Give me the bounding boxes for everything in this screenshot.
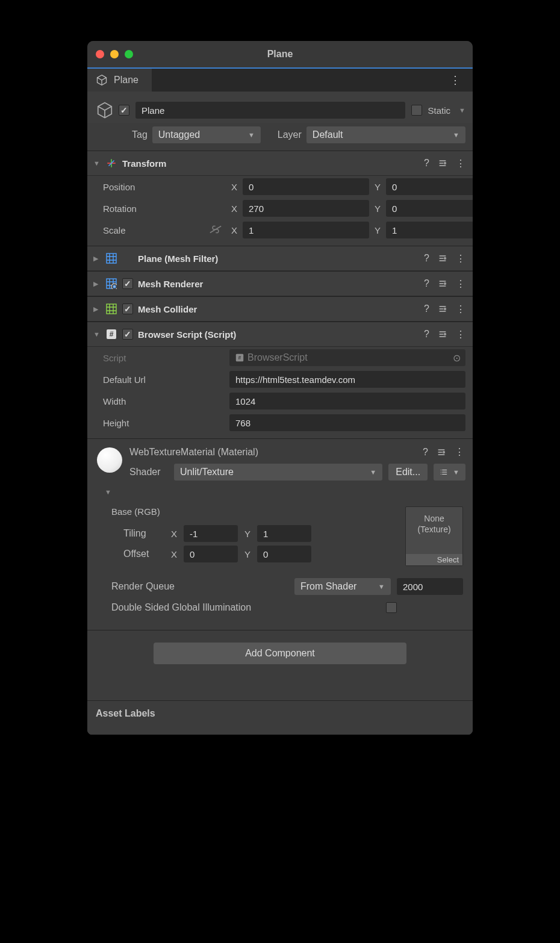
static-checkbox[interactable]: [411, 105, 422, 116]
asset-labels-section[interactable]: Asset Labels: [87, 700, 473, 735]
component-menu-icon[interactable]: ⋮: [455, 302, 467, 316]
transform-icon: [105, 157, 117, 169]
object-picker-icon[interactable]: ⊙: [453, 352, 461, 364]
dsgi-label: Double Sided Global Illumination: [111, 602, 380, 613]
foldout-icon[interactable]: ▶: [93, 255, 101, 263]
component-menu-icon[interactable]: ⋮: [455, 157, 467, 170]
shader-dropdown[interactable]: Unlit/Texture▼: [174, 464, 382, 481]
dsgi-checkbox[interactable]: [386, 602, 397, 613]
foldout-icon[interactable]: ▶: [93, 305, 101, 313]
help-icon[interactable]: ?: [423, 252, 431, 265]
window-title: Plane: [87, 49, 473, 60]
y-label: Y: [373, 182, 382, 192]
height-row: Height: [87, 412, 473, 438]
tab-strip: Plane ⋮: [87, 67, 473, 92]
position-x-input[interactable]: [243, 178, 369, 195]
preset-icon[interactable]: [437, 303, 449, 315]
height-input[interactable]: [229, 414, 465, 431]
position-y-input[interactable]: [386, 178, 473, 195]
static-dropdown[interactable]: ▼: [459, 107, 465, 114]
rotation-x-input[interactable]: [243, 200, 369, 217]
default-url-input[interactable]: [229, 371, 465, 388]
tiling-label: Tiling: [123, 528, 164, 539]
svg-text:#: #: [110, 330, 114, 338]
texture-select-button[interactable]: Select: [406, 554, 462, 565]
rotation-y-input[interactable]: [386, 200, 473, 217]
help-icon[interactable]: ?: [423, 157, 431, 170]
mesh-renderer-title: Mesh Renderer: [138, 279, 418, 289]
help-icon[interactable]: ?: [423, 328, 431, 341]
mesh-renderer-icon: [105, 278, 117, 290]
scale-row: Scale X Y Z: [87, 219, 473, 246]
gameobject-icon[interactable]: [95, 100, 115, 120]
tag-dropdown[interactable]: Untagged▼: [152, 126, 261, 143]
foldout-icon[interactable]: ▶: [93, 280, 101, 288]
mesh-renderer-enabled-checkbox[interactable]: [122, 278, 133, 289]
mesh-filter-title: Plane (Mesh Filter): [138, 254, 418, 264]
preset-icon[interactable]: [437, 278, 449, 290]
texture-slot[interactable]: None (Texture) Select: [405, 506, 463, 566]
mesh-collider-enabled-checkbox[interactable]: [122, 303, 133, 314]
help-icon[interactable]: ?: [422, 446, 429, 459]
inspector-window: Plane Plane ⋮ Static ▼ Tag Unta: [87, 41, 473, 735]
material-menu-icon[interactable]: ⋮: [453, 445, 465, 459]
transform-header[interactable]: ▼ Transform ? ⋮: [87, 151, 473, 176]
mesh-collider-title: Mesh Collider: [138, 304, 418, 314]
foldout-icon[interactable]: ▼: [93, 331, 101, 338]
svg-text:#: #: [238, 355, 241, 361]
tiling-y-input[interactable]: [257, 525, 311, 542]
mesh-filter-icon: [105, 252, 117, 264]
browser-script-header[interactable]: ▼ # Browser Script (Script) ? ⋮: [87, 322, 473, 347]
zoom-window-button[interactable]: [125, 50, 133, 58]
svg-point-0: [444, 163, 446, 164]
add-component-button[interactable]: Add Component: [154, 643, 406, 664]
scale-x-input[interactable]: [243, 222, 369, 238]
script-icon: #: [105, 328, 117, 340]
mesh-renderer-header[interactable]: ▶ Mesh Renderer ? ⋮: [87, 271, 473, 296]
shader-list-button[interactable]: ▼: [434, 464, 465, 481]
foldout-icon[interactable]: ▼: [93, 160, 101, 167]
preset-icon[interactable]: [437, 157, 449, 169]
preset-icon[interactable]: [435, 446, 447, 458]
offset-x-input[interactable]: [184, 546, 238, 562]
width-input[interactable]: [229, 393, 465, 409]
minimize-window-button[interactable]: [110, 50, 119, 58]
material-foldout-icon[interactable]: ▼: [105, 488, 112, 496]
mesh-collider-header[interactable]: ▶ Mesh Collider ? ⋮: [87, 296, 473, 322]
transform-title: Transform: [122, 158, 418, 169]
render-queue-row: Render Queue From Shader▼: [111, 578, 463, 595]
material-header: ▼ WebTextureMaterial (Material) ? ⋮ Shad…: [87, 438, 473, 498]
preset-icon[interactable]: [437, 328, 449, 340]
close-window-button[interactable]: [96, 50, 104, 58]
render-queue-dropdown[interactable]: From Shader▼: [294, 578, 391, 595]
tab-menu-button[interactable]: ⋮: [446, 71, 464, 89]
gameobject-enabled-checkbox[interactable]: [119, 105, 129, 116]
tab-inspector[interactable]: Plane: [87, 69, 152, 92]
svg-point-3: [444, 258, 446, 260]
cube-icon: [96, 74, 108, 86]
gameobject-name-input[interactable]: [135, 102, 405, 119]
script-reference-field[interactable]: # BrowserScript ⊙: [229, 349, 465, 366]
edit-shader-button[interactable]: Edit...: [388, 464, 428, 481]
component-menu-icon[interactable]: ⋮: [455, 252, 467, 266]
component-menu-icon[interactable]: ⋮: [455, 277, 467, 291]
browser-script-enabled-checkbox[interactable]: [122, 329, 133, 340]
help-icon[interactable]: ?: [423, 302, 431, 316]
tag-layer-row: Tag Untagged▼ Layer Default▼: [87, 123, 473, 151]
tiling-x-input[interactable]: [184, 525, 238, 542]
preset-icon[interactable]: [437, 252, 449, 264]
mesh-filter-header[interactable]: ▶ Plane (Mesh Filter) ? ⋮: [87, 246, 473, 271]
render-queue-value-input[interactable]: [397, 578, 463, 595]
component-menu-icon[interactable]: ⋮: [455, 328, 467, 341]
help-icon[interactable]: ?: [423, 277, 431, 290]
offset-y-input[interactable]: [257, 546, 311, 562]
constrain-scale-icon[interactable]: [209, 225, 222, 235]
rotation-label: Rotation: [103, 204, 229, 214]
svg-rect-8: [107, 304, 116, 314]
render-queue-mode: From Shader: [300, 581, 356, 592]
scale-y-input[interactable]: [386, 222, 473, 238]
mesh-collider-icon: [105, 303, 117, 315]
tiling-row: Tiling X Y: [111, 525, 396, 542]
material-preview-icon[interactable]: [97, 447, 122, 473]
layer-dropdown[interactable]: Default▼: [306, 126, 465, 143]
